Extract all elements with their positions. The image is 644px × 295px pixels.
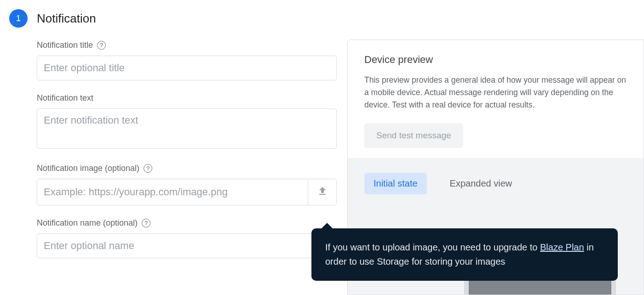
preview-tabs: Initial state Expanded view (364, 173, 627, 194)
label-row: Notification title ? (37, 40, 338, 50)
tab-expanded-view[interactable]: Expanded view (441, 173, 522, 194)
field-notification-name: Notification name (optional) ? (37, 218, 338, 258)
field-notification-title: Notification title ? (37, 40, 338, 80)
notification-title-input[interactable] (37, 56, 337, 80)
step-title: Notification (37, 11, 96, 26)
label-row: Notification text (37, 93, 338, 103)
preview-top: Device preview This preview provides a g… (348, 40, 644, 158)
upload-icon (317, 186, 328, 199)
upload-image-button[interactable] (308, 179, 336, 205)
notification-image-input-wrap (37, 179, 337, 205)
device-preview-description: This preview provides a general idea of … (364, 74, 627, 111)
notification-name-label: Notification name (optional) (37, 218, 138, 228)
notification-text-input[interactable] (37, 108, 337, 149)
step-header: 1 Notification (9, 9, 338, 28)
notification-name-input[interactable] (37, 233, 337, 258)
form-body: Notification title ? Notification text N… (9, 40, 338, 258)
label-row: Notification image (optional) ? (37, 164, 338, 173)
notification-image-url-input[interactable] (37, 179, 308, 205)
compose-notification-page: 1 Notification Notification title ? Noti… (0, 0, 644, 295)
upload-upgrade-tooltip: If you want to upload image, you need to… (311, 228, 618, 281)
blaze-plan-link[interactable]: Blaze Plan (540, 242, 584, 252)
help-icon[interactable]: ? (142, 219, 150, 227)
field-notification-image: Notification image (optional) ? (37, 164, 338, 205)
form-column: 1 Notification Notification title ? Noti… (0, 0, 347, 295)
field-notification-text: Notification text (37, 93, 338, 151)
notification-title-label: Notification title (37, 40, 93, 50)
tab-initial-state[interactable]: Initial state (364, 173, 427, 194)
label-row: Notification name (optional) ? (37, 218, 338, 228)
tooltip-text-prefix: If you want to upload image, you need to… (325, 242, 540, 252)
help-icon[interactable]: ? (144, 164, 152, 173)
notification-image-label: Notification image (optional) (37, 164, 139, 173)
help-icon[interactable]: ? (97, 41, 106, 50)
device-preview-heading: Device preview (364, 54, 627, 66)
notification-text-label: Notification text (37, 93, 93, 103)
send-test-message-button[interactable]: Send test message (364, 123, 463, 148)
step-number-badge: 1 (9, 9, 28, 28)
